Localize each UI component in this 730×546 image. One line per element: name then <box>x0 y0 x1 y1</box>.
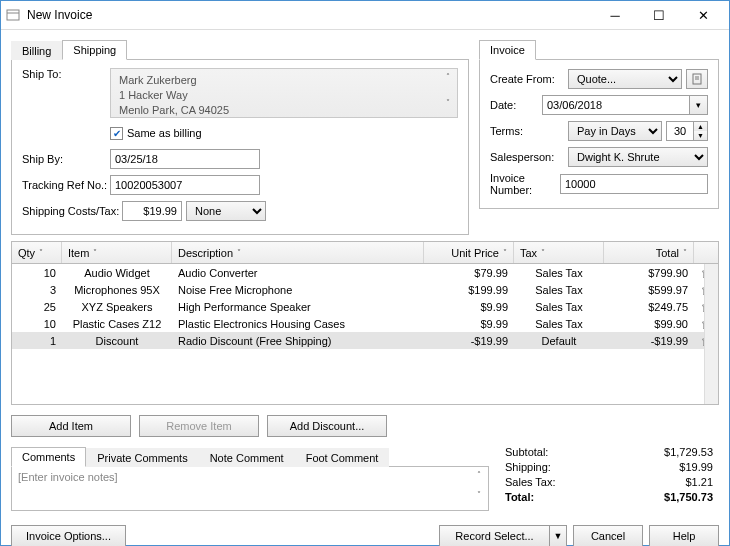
ship-by-input[interactable] <box>110 149 260 169</box>
addr-up-icon[interactable]: ˄ <box>442 72 454 82</box>
grid-scrollbar[interactable] <box>704 264 718 404</box>
cell-tax: Sales Tax <box>514 301 604 313</box>
col-total[interactable]: Total˅ <box>604 242 694 263</box>
table-row[interactable]: 10Audio WidgetAudio Converter$79.99Sales… <box>12 264 718 281</box>
record-button[interactable]: Record Select... <box>439 525 549 546</box>
date-input[interactable] <box>542 95 690 115</box>
cell-price: $9.99 <box>424 301 514 313</box>
cell-desc: High Performance Speaker <box>172 301 424 313</box>
col-desc[interactable]: Description˅ <box>172 242 424 263</box>
add-discount-button[interactable]: Add Discount... <box>267 415 387 437</box>
cell-total: $99.90 <box>604 318 694 330</box>
ship-cost-input[interactable] <box>122 201 182 221</box>
app-icon <box>5 7 21 23</box>
tax-total-label: Sales Tax: <box>505 475 556 490</box>
chevron-down-icon: ˅ <box>39 248 43 257</box>
create-from-select[interactable]: Quote... <box>568 69 682 89</box>
ship-to-address[interactable]: Mark Zukerberg 1 Hacker Way Menlo Park, … <box>110 68 458 118</box>
invoice-number-input[interactable] <box>560 174 708 194</box>
notes-up-icon[interactable]: ˄ <box>473 470 485 480</box>
cell-qty: 10 <box>12 318 62 330</box>
table-row[interactable]: 10Plastic Cases Z12Plastic Electronics H… <box>12 315 718 332</box>
cell-tax: Sales Tax <box>514 267 604 279</box>
cell-item: Plastic Cases Z12 <box>62 318 172 330</box>
comments-textarea[interactable]: [Enter invoice notes] ˄ ˅ <box>11 467 489 511</box>
ship-cost-tax-select[interactable]: None <box>186 201 266 221</box>
cancel-button[interactable]: Cancel <box>573 525 643 546</box>
create-from-action-button[interactable] <box>686 69 708 89</box>
tab-private-comments[interactable]: Private Comments <box>86 448 198 467</box>
cell-qty: 10 <box>12 267 62 279</box>
help-button[interactable]: Help <box>649 525 719 546</box>
invoice-number-label: Invoice Number: <box>490 172 560 196</box>
cell-item: Audio Widget <box>62 267 172 279</box>
tab-billing[interactable]: Billing <box>11 41 62 60</box>
terms-days-input[interactable] <box>666 121 694 141</box>
cell-item: XYZ Speakers <box>62 301 172 313</box>
col-item[interactable]: Item˅ <box>62 242 172 263</box>
chevron-down-icon: ˅ <box>93 248 97 257</box>
remove-item-button[interactable]: Remove Item <box>139 415 259 437</box>
table-row[interactable]: 1DiscountRadio Discount (Free Shipping)-… <box>12 332 718 349</box>
grand-total-label: Total: <box>505 490 534 505</box>
tracking-input[interactable] <box>110 175 260 195</box>
date-picker-icon[interactable]: ▾ <box>690 95 708 115</box>
col-qty[interactable]: Qty˅ <box>12 242 62 263</box>
salesperson-label: Salesperson: <box>490 151 568 163</box>
ship-by-label: Ship By: <box>22 153 110 165</box>
table-row[interactable]: 25XYZ SpeakersHigh Performance Speaker$9… <box>12 298 718 315</box>
terms-select[interactable]: Pay in Days <box>568 121 662 141</box>
salesperson-select[interactable]: Dwight K. Shrute <box>568 147 708 167</box>
tax-total-value: $1.21 <box>685 475 713 490</box>
cell-qty: 3 <box>12 284 62 296</box>
tab-invoice[interactable]: Invoice <box>479 40 536 60</box>
svg-rect-0 <box>7 10 19 20</box>
cell-tax: Sales Tax <box>514 318 604 330</box>
cell-desc: Plastic Electronics Housing Cases <box>172 318 424 330</box>
terms-down-icon[interactable]: ▼ <box>694 131 707 140</box>
cell-tax: Sales Tax <box>514 284 604 296</box>
col-price[interactable]: Unit Price˅ <box>424 242 514 263</box>
chevron-down-icon: ˅ <box>503 248 507 257</box>
notes-down-icon[interactable]: ˅ <box>473 490 485 500</box>
cell-total: -$19.99 <box>604 335 694 347</box>
tab-shipping[interactable]: Shipping <box>62 40 127 60</box>
col-tax[interactable]: Tax˅ <box>514 242 604 263</box>
addr-line3: Menlo Park, CA 94025 <box>119 103 449 118</box>
cell-item: Discount <box>62 335 172 347</box>
addr-line1: Mark Zukerberg <box>119 73 449 88</box>
cell-total: $599.97 <box>604 284 694 296</box>
tab-note-comment[interactable]: Note Comment <box>199 448 295 467</box>
terms-label: Terms: <box>490 125 568 137</box>
cell-qty: 1 <box>12 335 62 347</box>
cell-desc: Audio Converter <box>172 267 424 279</box>
close-button[interactable]: ✕ <box>681 1 725 29</box>
table-row[interactable]: 3Microphones 95XNoise Free Microphone$19… <box>12 281 718 298</box>
subtotal-label: Subtotal: <box>505 445 548 460</box>
tracking-label: Tracking Ref No.: <box>22 179 110 191</box>
addr-line2: 1 Hacker Way <box>119 88 449 103</box>
record-dropdown-icon[interactable]: ▼ <box>549 525 567 546</box>
cell-price: $9.99 <box>424 318 514 330</box>
cell-price: $79.99 <box>424 267 514 279</box>
chevron-down-icon: ˅ <box>683 248 687 257</box>
tab-comments[interactable]: Comments <box>11 447 86 467</box>
cell-tax: Default <box>514 335 604 347</box>
invoice-options-button[interactable]: Invoice Options... <box>11 525 126 546</box>
shipping-total-value: $19.99 <box>679 460 713 475</box>
terms-up-icon[interactable]: ▲ <box>694 122 707 131</box>
shipping-total-label: Shipping: <box>505 460 551 475</box>
add-item-button[interactable]: Add Item <box>11 415 131 437</box>
ship-to-label: Ship To: <box>22 68 110 80</box>
same-as-billing-checkbox[interactable]: ✔ Same as billing <box>110 127 202 140</box>
line-items-grid: Qty˅ Item˅ Description˅ Unit Price˅ Tax˅… <box>11 241 719 405</box>
grand-total-value: $1,750.73 <box>664 490 713 505</box>
tab-foot-comment[interactable]: Foot Comment <box>295 448 390 467</box>
create-from-label: Create From: <box>490 73 568 85</box>
addr-down-icon[interactable]: ˅ <box>442 98 454 108</box>
chevron-down-icon: ˅ <box>541 248 545 257</box>
maximize-button[interactable]: ☐ <box>637 1 681 29</box>
minimize-button[interactable]: ─ <box>593 1 637 29</box>
subtotal-value: $1,729.53 <box>664 445 713 460</box>
cell-total: $249.75 <box>604 301 694 313</box>
